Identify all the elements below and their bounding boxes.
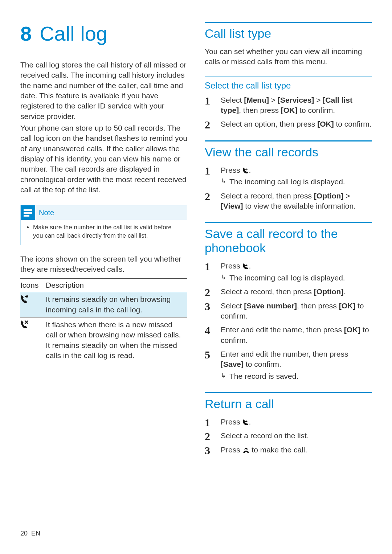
divider [205, 392, 372, 393]
step-text: Select [Save number], then press [OK] to… [221, 301, 364, 320]
step-result: The incoming call log is displayed. [221, 177, 372, 187]
table-row: It remains steadily on when browsing inc… [20, 292, 187, 317]
chapter-name: Call log [40, 22, 107, 45]
th-description: Description [46, 278, 187, 292]
table-header-row: Icons Description [20, 278, 187, 292]
page: 8Call log The call log stores the call h… [0, 0, 392, 554]
step-text: Press . [221, 418, 251, 426]
step: Select [Save number], then press [OK] to… [205, 301, 372, 321]
divider [205, 22, 372, 23]
call-log-key-icon [242, 263, 249, 270]
step: Select an option, then press [OK] to con… [205, 119, 372, 129]
step: Enter and edit the name, then press [OK]… [205, 325, 372, 345]
step-text: Press to make the call. [221, 446, 307, 454]
step: Press . [205, 417, 372, 427]
call-incoming-icon [20, 292, 46, 317]
step: Enter and edit the number, then press [S… [205, 349, 372, 381]
thin-divider [205, 77, 372, 77]
section-save-record: Save a call record to the phonebook [205, 227, 372, 255]
step-result: The record is saved. [221, 371, 372, 381]
chapter-number: 8 [20, 22, 32, 45]
step-text: Enter and edit the number, then press [S… [221, 350, 348, 368]
call-missed-icon [20, 317, 46, 363]
step-text: Select a record, then press [Option] > [… [221, 192, 356, 210]
note-text: Make sure the number in the call list is… [33, 223, 183, 239]
page-footer: 20EN [20, 530, 40, 537]
icons-intro: The icons shown on the screen tell you w… [20, 254, 187, 275]
step-text: Select [Menu] > [Services] > [Call list … [221, 96, 352, 114]
divider [205, 140, 372, 141]
svg-rect-2 [24, 215, 29, 217]
step: Press to make the call. [205, 445, 372, 455]
note-icon [21, 205, 35, 220]
step-text: Press . [221, 262, 251, 270]
th-icons: Icons [20, 278, 46, 292]
step: Select [Menu] > [Services] > [Call list … [205, 95, 372, 116]
table-row: It flashes when there is a new missed ca… [20, 317, 187, 363]
section-return-call: Return a call [205, 397, 372, 411]
section-call-list-type: Call list type [205, 26, 372, 41]
call-log-key-icon [242, 167, 249, 174]
intro-paragraph-1: The call log stores the call history of … [20, 60, 187, 122]
page-number: 20 [20, 530, 28, 537]
left-column: 8Call log The call log stores the call h… [20, 22, 187, 459]
step-text: Select a record on the list. [221, 431, 309, 440]
svg-rect-1 [24, 212, 32, 214]
section-view-records: View the call records [205, 145, 372, 159]
two-column-layout: 8Call log The call log stores the call h… [20, 22, 372, 459]
steps-save-record: Press . The incoming call log is display… [205, 261, 372, 381]
subsection-select-call-list-type: Select the call list type [205, 81, 372, 91]
call-log-key-icon [242, 419, 249, 426]
step: Select a record on the list. [205, 431, 372, 441]
right-column: Call list type You can set whether you c… [205, 22, 372, 459]
note-label: Note [39, 209, 54, 217]
step: Press . The incoming call log is display… [205, 165, 372, 187]
row2-desc: It flashes when there is a new missed ca… [46, 317, 187, 363]
row1-desc: It remains steadily on when browsing inc… [46, 292, 187, 317]
divider [205, 222, 372, 223]
intro-paragraph-2: Your phone can store up to 50 call recor… [20, 123, 187, 195]
steps-select-call-list: Select [Menu] > [Services] > [Call list … [205, 95, 372, 130]
steps-view-records: Press . The incoming call log is display… [205, 165, 372, 211]
icons-table: Icons Description It remains steadily on… [20, 278, 187, 363]
note-body: Make sure the number in the call list is… [21, 220, 187, 245]
step-result: The incoming call log is displayed. [221, 273, 372, 283]
chapter-title: 8Call log [20, 22, 187, 45]
note-box: Note Make sure the number in the call li… [20, 205, 187, 245]
step: Select a record, then press [Option]. [205, 287, 372, 297]
step: Press . The incoming call log is display… [205, 261, 372, 283]
step-text: Enter and edit the name, then press [OK]… [221, 325, 369, 344]
step-text: Select a record, then press [Option]. [221, 287, 346, 296]
step-text: Press . [221, 166, 251, 174]
step: Select a record, then press [Option] > [… [205, 191, 372, 212]
note-header: Note [21, 205, 187, 220]
page-language: EN [31, 530, 40, 537]
steps-return-call: Press . Select a record on the list. Pre… [205, 417, 372, 455]
call-list-type-intro: You can set whether you can view all inc… [205, 46, 372, 67]
talk-key-icon [242, 448, 250, 454]
step-text: Select an option, then press [OK] to con… [221, 120, 372, 128]
svg-rect-0 [24, 209, 32, 211]
